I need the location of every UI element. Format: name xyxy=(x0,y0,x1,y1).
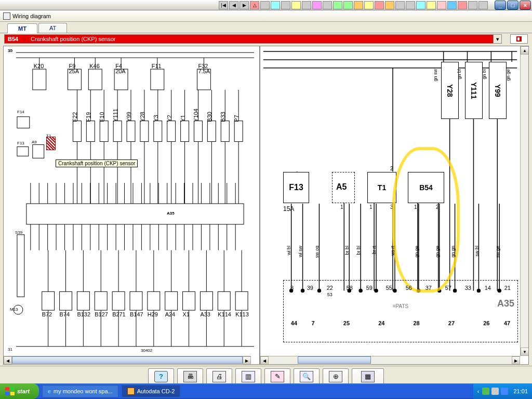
os-tool-icons: |◀ ◀ ▶ △ xyxy=(218,1,488,9)
tool-icon[interactable] xyxy=(291,1,301,9)
svg-rect-23 xyxy=(113,121,122,142)
scroll-thumb[interactable] xyxy=(298,356,370,364)
tool-first-icon[interactable]: |◀ xyxy=(219,1,228,9)
tool-warn-icon[interactable]: △ xyxy=(250,1,259,9)
ecu-pin: 47 xyxy=(504,320,510,326)
tray-icon[interactable] xyxy=(482,388,489,395)
svg-rect-41 xyxy=(194,121,203,142)
svg-rect-32 xyxy=(154,121,162,142)
svg-text:B30: B30 xyxy=(206,112,212,122)
scroll-right-icon[interactable]: ▶ xyxy=(243,356,251,365)
taskbar-item-autodata[interactable]: Autodata CD-2 xyxy=(122,385,181,397)
svg-rect-134 xyxy=(218,291,230,310)
tool-icon[interactable] xyxy=(468,1,477,9)
ecu-pin: 21 xyxy=(504,285,511,297)
comp-s39: S39 xyxy=(15,230,22,235)
system-tray[interactable]: ‹ 21:01 xyxy=(473,383,532,399)
diagram-overview-pane[interactable]: K20F925AK46F420AF11F327.5AF22F19F10Y111Y… xyxy=(3,46,260,365)
tool-icon[interactable] xyxy=(333,1,342,9)
pin: 1 xyxy=(369,204,373,210)
h-scrollbar-left[interactable]: ◀ ▶ xyxy=(4,356,251,364)
tray-icon[interactable] xyxy=(501,388,508,395)
tool-icon[interactable] xyxy=(364,1,374,9)
minimize-button[interactable]: _ xyxy=(495,1,506,10)
scroll-thumb[interactable] xyxy=(12,356,243,364)
dropdown-arrow-icon[interactable]: ▾ xyxy=(493,35,501,43)
svg-rect-17 xyxy=(86,121,95,142)
tab-at[interactable]: AT xyxy=(38,23,67,33)
tab-mt[interactable]: MT xyxy=(7,23,37,33)
tool-icon[interactable] xyxy=(437,1,446,9)
svg-text:Y104: Y104 xyxy=(193,109,199,122)
close-button[interactable]: × xyxy=(520,1,531,10)
comp-f13: F13 xyxy=(283,172,309,203)
comp-f13b: F13 xyxy=(17,141,24,145)
tool-icon[interactable] xyxy=(385,1,394,9)
tool-icon[interactable] xyxy=(458,1,467,9)
tool-icon[interactable] xyxy=(478,1,488,9)
tool-icon[interactable] xyxy=(260,1,270,9)
component-name: Crankshaft position (CKP) sensor xyxy=(31,36,115,42)
svg-rect-131 xyxy=(200,291,212,310)
scroll-up-icon[interactable]: ▲ xyxy=(521,46,529,55)
windows-logo-icon xyxy=(5,387,15,395)
tool-icon[interactable] xyxy=(302,1,311,9)
tool-icon[interactable] xyxy=(312,1,322,9)
help-icon: ? xyxy=(154,371,168,382)
ecu-pins-top: 8392253585955563757331421 xyxy=(284,285,517,297)
pin: 2 xyxy=(390,166,393,171)
svg-text:25A: 25A xyxy=(69,68,79,74)
taskbar-item-ie[interactable]: e my mondeo wont spa... xyxy=(42,385,118,397)
tool-next-icon[interactable]: ▶ xyxy=(240,1,249,9)
scroll-left-icon[interactable]: ◀ xyxy=(4,356,12,365)
tool-icon[interactable] xyxy=(281,1,290,9)
component-list-button[interactable] xyxy=(510,34,528,44)
svg-text:B33: B33 xyxy=(220,112,226,122)
svg-text:20A: 20A xyxy=(115,68,126,74)
tray-expand-icon[interactable]: ‹ xyxy=(477,388,480,394)
scroll-left-icon[interactable]: ◀ xyxy=(260,356,269,365)
tool-icon[interactable] xyxy=(343,1,353,9)
svg-text:P7: P7 xyxy=(233,115,240,122)
tool-icon[interactable] xyxy=(447,1,457,9)
ecu-label: A35 xyxy=(497,298,514,309)
target-icon: ⊕ xyxy=(329,371,342,382)
scroll-track[interactable] xyxy=(12,356,243,364)
svg-rect-125 xyxy=(165,291,178,310)
ecu-pin: 28 xyxy=(413,320,419,326)
svg-text:Y111: Y111 xyxy=(112,109,118,122)
start-button[interactable]: start xyxy=(0,383,39,399)
taskbar: start e my mondeo wont spa... Autodata C… xyxy=(0,383,532,399)
wire-color: gn bl xyxy=(482,69,487,79)
component-selector[interactable]: B54 Crankshaft position (CKP) sensor ▾ xyxy=(4,34,502,44)
v-scrollbar-right[interactable]: ▲ ▼ xyxy=(520,46,528,356)
tool-prev-icon[interactable]: ◀ xyxy=(229,1,238,9)
printer2-icon: 🖨 xyxy=(212,371,226,382)
h-scrollbar-right[interactable]: ◀ ▶ xyxy=(260,356,520,364)
tool-icon[interactable] xyxy=(406,1,415,9)
tool-icon[interactable] xyxy=(323,1,332,9)
printer-icon: 🖶 xyxy=(183,371,197,382)
ecu-a35: A35 8392253585955563757331421 =PATS 4472… xyxy=(283,280,518,342)
tray-icon[interactable] xyxy=(491,388,499,395)
maximize-button[interactable]: □ xyxy=(507,1,518,10)
magnify-icon: 🔍 xyxy=(300,371,313,382)
svg-rect-144 xyxy=(17,235,24,297)
svg-rect-10 xyxy=(151,69,164,90)
svg-rect-110 xyxy=(77,291,89,310)
pen-icon: ✎ xyxy=(271,371,284,382)
tool-icon[interactable] xyxy=(416,1,425,9)
ie-icon: e xyxy=(48,388,51,394)
tool-icon[interactable] xyxy=(271,1,280,9)
tool-icon[interactable] xyxy=(375,1,384,9)
scroll-right-icon[interactable]: ▶ xyxy=(512,356,520,365)
wiring-overview: K20F925AK46F420AF11F327.5AF22F19F10Y111Y… xyxy=(6,48,257,354)
svg-rect-116 xyxy=(112,291,125,310)
ecu-pin: 14 xyxy=(485,285,491,297)
tool-icon[interactable] xyxy=(354,1,363,9)
tool-icon[interactable] xyxy=(395,1,405,9)
highlighted-component-b54[interactable] xyxy=(46,137,56,150)
diagram-detail-pane[interactable]: Y28 Y111 Y99 gn sw gn bl gn bl gn ge F13… xyxy=(260,46,529,365)
scroll-down-icon[interactable]: ▼ xyxy=(521,348,529,356)
tool-icon[interactable] xyxy=(427,1,436,9)
